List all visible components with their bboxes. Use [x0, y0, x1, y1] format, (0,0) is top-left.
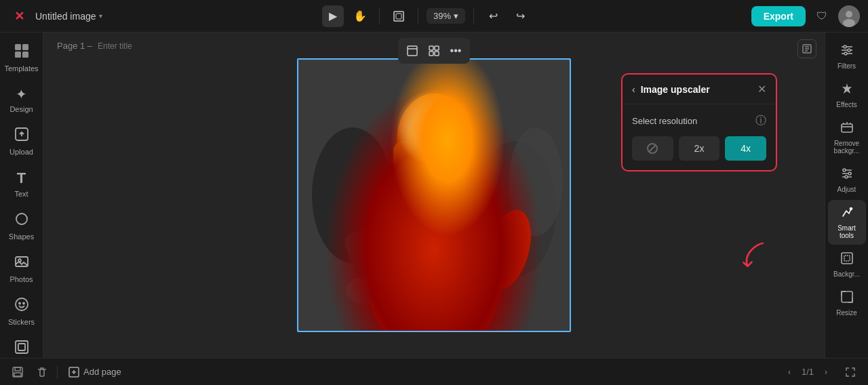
- save-btn[interactable]: [8, 363, 27, 382]
- svg-point-28: [366, 195, 502, 331]
- page-count: 1/1: [802, 367, 814, 377]
- svg-rect-5: [15, 44, 21, 50]
- page-more-btn[interactable]: •••: [446, 41, 466, 61]
- svg-point-34: [403, 134, 465, 202]
- topbar-divider-1: [379, 8, 380, 24]
- page-grid-btn[interactable]: [424, 41, 444, 61]
- svg-rect-7: [15, 52, 21, 58]
- svg-point-14: [19, 303, 20, 304]
- rsidebar-item-effects[interactable]: Effects: [828, 77, 866, 114]
- svg-rect-45: [417, 216, 451, 256]
- canvas-image-wrapper[interactable]: [297, 58, 571, 332]
- svg-rect-38: [407, 121, 461, 161]
- app-logo[interactable]: ✕: [8, 5, 30, 27]
- svg-rect-24: [298, 60, 570, 331]
- page-layout-btn[interactable]: [402, 41, 422, 61]
- svg-point-35: [397, 94, 471, 188]
- redo-btn[interactable]: ↪: [509, 5, 531, 27]
- rsidebar-item-filters[interactable]: Filters: [828, 38, 866, 75]
- rsidebar-item-remove-bg[interactable]: Remove backgr...: [828, 115, 866, 160]
- rsidebar-item-background[interactable]: Backgr...: [828, 246, 866, 283]
- svg-rect-21: [429, 52, 433, 56]
- undo-btn[interactable]: ↩: [482, 5, 504, 27]
- right-sidebar: Filters Effects Remove backgr...: [825, 33, 868, 358]
- svg-rect-30: [342, 225, 397, 300]
- page-indicator[interactable]: [797, 39, 816, 58]
- upscaler-back-btn[interactable]: ‹: [632, 84, 635, 95]
- export-button[interactable]: Export: [751, 6, 806, 26]
- arrow-overlay: [732, 233, 773, 277]
- add-page-btn[interactable]: Add page: [63, 364, 127, 380]
- smart-tools-icon: [840, 205, 854, 222]
- svg-point-41: [419, 161, 426, 169]
- svg-rect-17: [18, 344, 25, 350]
- topbar-tools: ▶ ✋ 39% ▾ ↩ ↪: [108, 5, 746, 27]
- svg-rect-0: [394, 12, 403, 21]
- upscaler-option-4x[interactable]: 4x: [725, 136, 766, 161]
- sidebar-item-upload[interactable]: Upload: [3, 121, 41, 161]
- sidebar-item-shapes-label: Shapes: [9, 232, 34, 241]
- sidebar-item-stickers[interactable]: Stickers: [3, 291, 41, 331]
- svg-point-15: [23, 303, 24, 304]
- rsidebar-item-adjust[interactable]: Adjust: [828, 161, 866, 199]
- shield-icon[interactable]: 🛡: [811, 5, 833, 27]
- upscaler-panel: ‹ Image upscaler ✕ Select resolution ⓘ: [621, 73, 777, 171]
- background-icon: [840, 251, 854, 268]
- templates-icon: [14, 43, 29, 62]
- resize-icon: [840, 290, 854, 307]
- frame-tool-btn[interactable]: [388, 5, 410, 27]
- sidebar-item-templates-label: Templates: [4, 64, 38, 73]
- title-text: Untitled image: [35, 11, 96, 22]
- hand-tool-btn[interactable]: ✋: [349, 5, 371, 27]
- svg-point-31: [346, 277, 387, 304]
- shapes-icon: [14, 211, 29, 230]
- svg-line-47: [649, 145, 656, 152]
- svg-point-26: [475, 141, 556, 277]
- svg-rect-8: [22, 52, 28, 58]
- user-avatar[interactable]: [838, 5, 860, 27]
- svg-point-53: [844, 52, 847, 55]
- sidebar-item-photos[interactable]: Photos: [3, 249, 41, 289]
- upscaler-close-btn[interactable]: ✕: [757, 83, 766, 96]
- upscaler-option-2x[interactable]: 2x: [679, 136, 720, 161]
- page-next-btn[interactable]: ›: [818, 364, 834, 380]
- svg-point-44: [444, 163, 447, 167]
- photos-icon: [14, 254, 29, 272]
- svg-point-29: [387, 182, 481, 290]
- sidebar-item-photos-label: Photos: [9, 275, 33, 283]
- svg-point-57: [845, 176, 848, 178]
- canvas-image: [298, 60, 570, 331]
- page-prev-btn[interactable]: ‹: [781, 364, 797, 380]
- select-tool-btn[interactable]: ▶: [322, 5, 344, 27]
- sidebar-item-templates[interactable]: Templates: [3, 38, 41, 78]
- sidebar-item-shapes[interactable]: Shapes: [3, 206, 41, 246]
- svg-point-4: [843, 19, 855, 27]
- svg-point-10: [16, 214, 27, 224]
- main-area: Templates ✦ Design Upload T Text: [0, 33, 868, 358]
- document-title[interactable]: Untitled image ▾: [35, 11, 102, 22]
- rsidebar-smart-tools-label: Smart tools: [831, 224, 863, 239]
- page-title-input[interactable]: [98, 41, 152, 51]
- svg-rect-54: [842, 124, 852, 132]
- svg-point-56: [848, 172, 851, 175]
- zoom-control[interactable]: 39% ▾: [427, 8, 465, 24]
- upscaler-info-icon[interactable]: ⓘ: [755, 114, 766, 128]
- svg-point-51: [844, 45, 846, 48]
- rsidebar-effects-label: Effects: [836, 101, 856, 108]
- fullscreen-btn[interactable]: [841, 363, 860, 382]
- title-chevron: ▾: [99, 12, 102, 20]
- svg-rect-1: [396, 14, 401, 19]
- sidebar-item-text[interactable]: T Text: [3, 164, 41, 203]
- sidebar-item-design[interactable]: ✦ Design: [3, 81, 41, 119]
- sidebar-item-frames[interactable]: Frames: [3, 334, 41, 358]
- rsidebar-item-smart-tools[interactable]: Smart tools: [828, 200, 866, 245]
- rsidebar-item-resize[interactable]: Resize: [828, 285, 866, 322]
- delete-btn[interactable]: [33, 363, 52, 382]
- upscaler-options: 2x 4x: [632, 136, 766, 161]
- effects-icon: [840, 82, 854, 99]
- svg-rect-6: [22, 44, 28, 50]
- svg-point-43: [421, 163, 424, 167]
- upscaler-option-original[interactable]: [632, 136, 673, 161]
- page-tools-floating: •••: [398, 38, 470, 64]
- svg-rect-60: [844, 256, 850, 261]
